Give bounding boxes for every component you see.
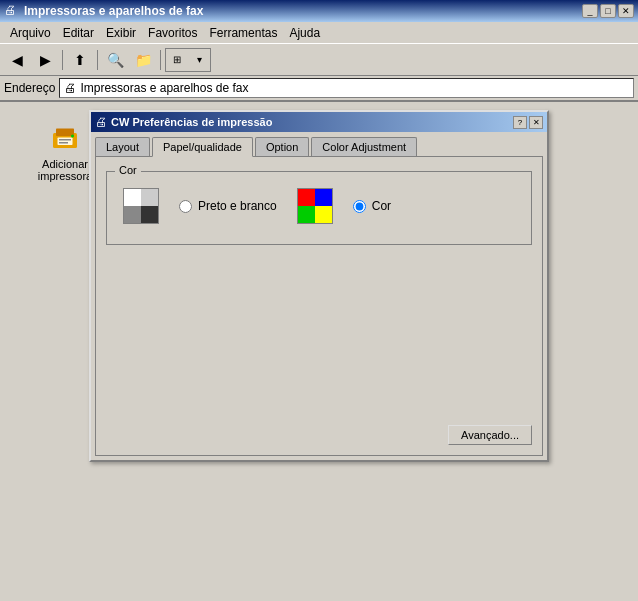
dialog-icon: 🖨 xyxy=(95,115,107,129)
toolbar-separator-1 xyxy=(62,50,63,70)
address-bar: Endereço 🖨 Impressoras e aparelhos de fa… xyxy=(0,76,638,102)
address-value: Impressoras e aparelhos de fax xyxy=(80,81,248,95)
radio-bw-label: Preto e branco xyxy=(198,199,277,213)
radio-color-label: Cor xyxy=(372,199,391,213)
views-dropdown[interactable]: ⊞ ▾ xyxy=(165,48,211,72)
address-input[interactable]: 🖨 Impressoras e aparelhos de fax xyxy=(59,78,634,98)
menu-exibir[interactable]: Exibir xyxy=(100,24,142,42)
window-titlebar: 🖨 Impressoras e aparelhos de fax _ □ ✕ xyxy=(0,0,638,22)
bw-q1 xyxy=(124,189,141,206)
menu-ferramentas[interactable]: Ferramentas xyxy=(203,24,283,42)
dialog-title: CW Preferências de impressão xyxy=(111,116,513,128)
bw-q3 xyxy=(124,206,141,223)
radio-bw[interactable] xyxy=(179,200,192,213)
up-button[interactable]: ⬆ xyxy=(67,48,93,72)
minimize-button[interactable]: _ xyxy=(582,4,598,18)
menu-arquivo[interactable]: Arquivo xyxy=(4,24,57,42)
print-preferences-dialog: 🖨 CW Preferências de impressão ? ✕ Layou… xyxy=(89,110,549,462)
window-icon: 🖨 xyxy=(4,3,20,19)
bw-icon xyxy=(123,188,159,224)
dialog-titlebar: 🖨 CW Preferências de impressão ? ✕ xyxy=(91,112,547,132)
main-area: Adicionar impressora 🖨 CW Preferências d… xyxy=(0,102,638,601)
search-button[interactable]: 🔍 xyxy=(102,48,128,72)
back-button[interactable]: ◀ xyxy=(4,48,30,72)
menu-bar: Arquivo Editar Exibir Favoritos Ferramen… xyxy=(0,22,638,44)
maximize-button[interactable]: □ xyxy=(600,4,616,18)
dialog-close-button[interactable]: ✕ xyxy=(529,116,543,129)
color-icon xyxy=(297,188,333,224)
dialog-help-button[interactable]: ? xyxy=(513,116,527,129)
bw-q2 xyxy=(141,189,158,206)
radio-color[interactable] xyxy=(353,200,366,213)
tab-papel[interactable]: Papel/qualidade xyxy=(152,137,253,157)
advanced-button[interactable]: Avançado... xyxy=(448,425,532,445)
color-c4 xyxy=(315,206,332,223)
view-icon[interactable]: ⊞ xyxy=(166,49,188,71)
radio-color-option[interactable]: Cor xyxy=(353,199,391,213)
tab-bar: Layout Papel/qualidade Option Color Adju… xyxy=(91,132,547,156)
forward-button[interactable]: ▶ xyxy=(32,48,58,72)
address-icon: 🖨 xyxy=(64,81,76,95)
address-label: Endereço xyxy=(4,81,55,95)
menu-editar[interactable]: Editar xyxy=(57,24,100,42)
toolbar-separator-3 xyxy=(160,50,161,70)
view-dropdown-arrow[interactable]: ▾ xyxy=(188,49,210,71)
color-group-label: Cor xyxy=(115,164,141,176)
window-title: Impressoras e aparelhos de fax xyxy=(24,4,582,18)
tab-option[interactable]: Option xyxy=(255,137,309,157)
folders-button[interactable]: 📁 xyxy=(130,48,156,72)
tab-content-papel: Cor Preto e branco xyxy=(95,156,543,456)
tab-color[interactable]: Color Adjustment xyxy=(311,137,417,157)
dialog-controls: ? ✕ xyxy=(513,116,543,129)
color-options-row: Preto e branco Cor xyxy=(119,180,519,232)
menu-ajuda[interactable]: Ajuda xyxy=(283,24,326,42)
close-button[interactable]: ✕ xyxy=(618,4,634,18)
radio-bw-option[interactable]: Preto e branco xyxy=(179,199,277,213)
color-group-box: Cor Preto e branco xyxy=(106,171,532,245)
tab-layout[interactable]: Layout xyxy=(95,137,150,157)
bw-q4 xyxy=(141,206,158,223)
color-c3 xyxy=(298,206,315,223)
window-controls: _ □ ✕ xyxy=(582,4,634,18)
color-c1 xyxy=(298,189,315,206)
toolbar-separator-2 xyxy=(97,50,98,70)
dialog-overlay: 🖨 CW Preferências de impressão ? ✕ Layou… xyxy=(0,102,638,601)
toolbar: ◀ ▶ ⬆ 🔍 📁 ⊞ ▾ xyxy=(0,44,638,76)
color-c2 xyxy=(315,189,332,206)
menu-favoritos[interactable]: Favoritos xyxy=(142,24,203,42)
